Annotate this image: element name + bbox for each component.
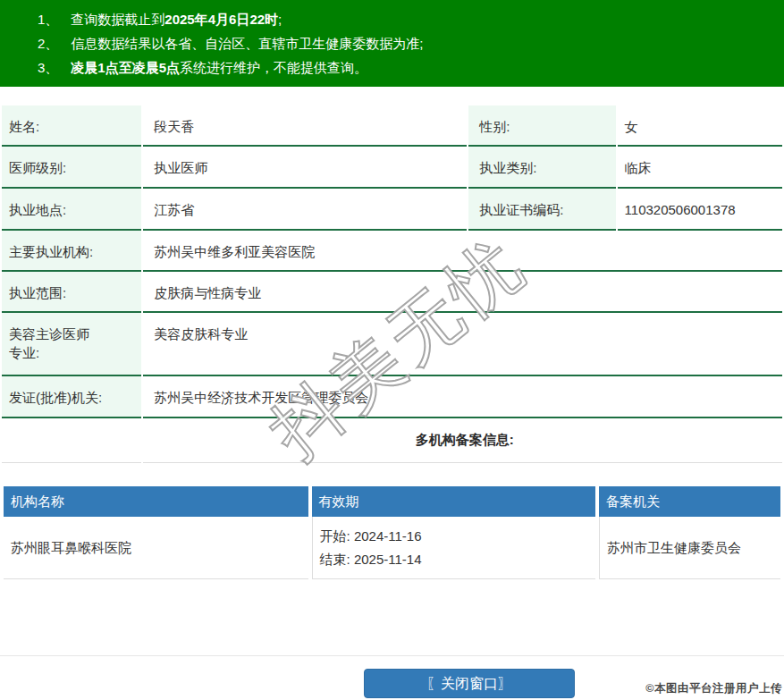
- field-label-level: 医师级别:: [2, 147, 141, 189]
- notice-line-2: 2、信息数据结果以各省、自治区、直辖市卫生健康委数据为准;: [38, 31, 784, 55]
- notice-number: 1、: [38, 12, 58, 27]
- field-label-location: 执业地点:: [2, 189, 141, 231]
- section-title-row: 多机构备案信息:: [2, 418, 782, 463]
- validity-start: 开始: 2024-11-16: [320, 525, 595, 548]
- table-row: 美容主诊医师专业: 美容皮肤科专业: [2, 313, 782, 376]
- table-row: 医师级别: 执业医师 执业类别: 临床: [2, 147, 782, 189]
- notice-text: 查询数据截止到: [71, 12, 164, 27]
- doctor-info-table: 姓名: 段天香 性别: 女 医师级别: 执业医师 执业类别: 临床 执业地点: …: [0, 105, 784, 463]
- authority-cell: 苏州市卫生健康委员会: [599, 517, 780, 579]
- field-value-location: 江苏省: [143, 189, 467, 231]
- column-header-authority: 备案机关: [599, 486, 780, 517]
- column-header-validity: 有效期: [312, 486, 595, 517]
- field-value-category: 临床: [618, 147, 782, 189]
- table-row: 姓名: 段天香 性别: 女: [2, 105, 782, 147]
- table-row: 执业范围: 皮肤病与性病专业: [2, 272, 782, 313]
- field-value-cosmetic-specialty: 美容皮肤科专业: [143, 313, 782, 376]
- field-label-scope: 执业范围:: [2, 272, 141, 313]
- notice-number: 3、: [38, 60, 58, 75]
- notice-text-bold: 2025年4月6日22时: [164, 12, 278, 27]
- section-spacer-cell: [2, 418, 141, 463]
- field-value-gender: 女: [618, 105, 782, 147]
- notice-number: 2、: [38, 36, 58, 51]
- org-name-cell: 苏州眼耳鼻喉科医院: [4, 517, 308, 579]
- validity-cell: 开始: 2024-11-16 结束: 2025-11-14: [312, 517, 595, 579]
- field-value-main-org: 苏州吴中维多利亚美容医院: [143, 231, 782, 272]
- field-label-gender: 性别:: [468, 105, 615, 147]
- table-header-row: 机构名称 有效期 备案机关: [4, 486, 780, 517]
- column-header-org-name: 机构名称: [4, 486, 308, 517]
- copyright-note: ©本图由平台注册用户上传: [645, 681, 782, 696]
- notice-line-1: 1、查询数据截止到2025年4月6日22时;: [38, 7, 784, 31]
- field-value-issuer: 苏州吴中经济技术开发区管理委员会: [143, 376, 782, 418]
- close-window-button[interactable]: 〖关闭窗口〗: [364, 669, 575, 698]
- field-value-cert-no: 110320506001378: [618, 189, 782, 231]
- field-label-issuer: 发证(批准)机关:: [2, 376, 141, 418]
- field-label-cosmetic-specialty: 美容主诊医师专业:: [2, 313, 141, 376]
- field-value-level: 执业医师: [143, 147, 467, 189]
- notice-text-bold: 凌晨1点至凌晨5点: [71, 60, 180, 75]
- validity-end: 结束: 2025-11-14: [320, 548, 595, 571]
- section-title-multi-org: 多机构备案信息:: [143, 418, 782, 463]
- field-value-scope: 皮肤病与性病专业: [143, 272, 782, 313]
- notice-text: 系统进行维护，不能提供查询。: [180, 60, 367, 75]
- field-label-category: 执业类别:: [468, 147, 615, 189]
- notice-banner: 1、查询数据截止到2025年4月6日22时; 2、信息数据结果以各省、自治区、直…: [0, 0, 784, 87]
- table-row: 主要执业机构: 苏州吴中维多利亚美容医院: [2, 231, 782, 272]
- field-value-name: 段天香: [143, 105, 467, 147]
- table-row: 执业地点: 江苏省 执业证书编码: 110320506001378: [2, 189, 782, 231]
- notice-text: 信息数据结果以各省、自治区、直辖市卫生健康委数据为准;: [71, 36, 423, 51]
- table-row: 苏州眼耳鼻喉科医院 开始: 2024-11-16 结束: 2025-11-14 …: [4, 517, 780, 579]
- footer-divider: [0, 655, 784, 656]
- field-label-main-org: 主要执业机构:: [2, 231, 141, 272]
- notice-line-3: 3、凌晨1点至凌晨5点系统进行维护，不能提供查询。: [38, 55, 784, 80]
- notice-text: ;: [278, 12, 282, 27]
- table-row: 发证(批准)机关: 苏州吴中经济技术开发区管理委员会: [2, 376, 782, 418]
- field-label-name: 姓名:: [2, 105, 141, 147]
- multi-org-table: 机构名称 有效期 备案机关 苏州眼耳鼻喉科医院 开始: 2024-11-16 结…: [0, 486, 784, 579]
- field-label-cert-no: 执业证书编码:: [468, 189, 615, 231]
